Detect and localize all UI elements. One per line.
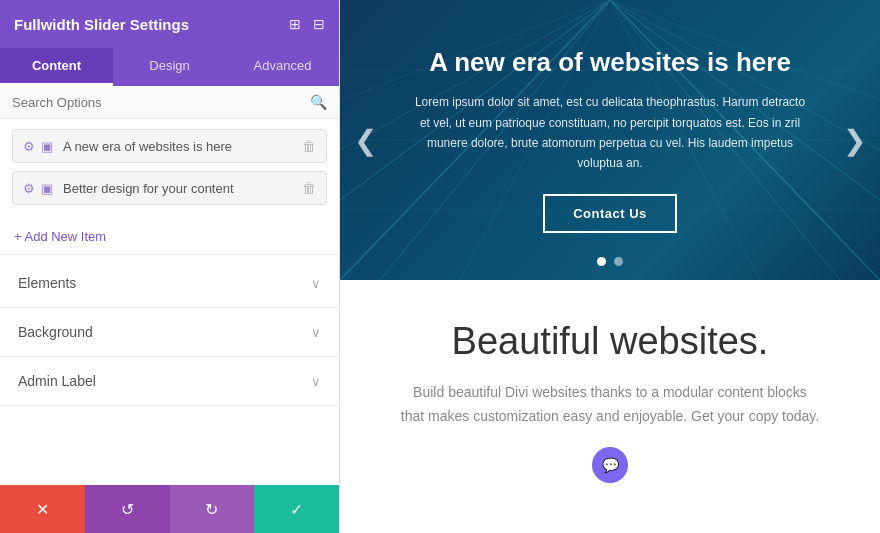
tabs-bar: Content Design Advanced (0, 48, 339, 86)
settings-icon-1[interactable]: ⚙ (23, 139, 35, 154)
tab-advanced[interactable]: Advanced (226, 48, 339, 86)
cancel-button[interactable]: ✕ (0, 485, 85, 533)
panel-title: Fullwidth Slider Settings (14, 16, 189, 33)
split-icon[interactable]: ⊟ (313, 16, 325, 32)
accordion-admin-label-label: Admin Label (18, 373, 96, 389)
accordion-background-header[interactable]: Background ∨ (0, 308, 339, 356)
website-section-description: Build beautiful Divi websites thanks to … (400, 381, 820, 429)
undo-button[interactable]: ↺ (85, 485, 170, 533)
slide-item-2-label: Better design for your content (63, 181, 302, 196)
image-icon-1[interactable]: ▣ (41, 139, 53, 154)
delete-slide-2-icon[interactable]: 🗑 (302, 180, 316, 196)
slider-cta-button[interactable]: Contact Us (543, 194, 677, 233)
slider-section: ❮ A new era of websites is here Lorem ip… (340, 0, 880, 280)
tab-content[interactable]: Content (0, 48, 113, 86)
panel-header: Fullwidth Slider Settings ⊞ ⊟ (0, 0, 339, 48)
preview-panel: ❮ A new era of websites is here Lorem ip… (340, 0, 880, 533)
accordion-admin-label-header[interactable]: Admin Label ∨ (0, 357, 339, 405)
chat-bubble-icon[interactable]: 💬 (592, 447, 628, 483)
settings-panel: Fullwidth Slider Settings ⊞ ⊟ Content De… (0, 0, 340, 533)
slider-prev-button[interactable]: ❮ (354, 124, 377, 157)
slide-item-2[interactable]: ⚙ ▣ Better design for your content 🗑 (12, 171, 327, 205)
chevron-down-icon-elements: ∨ (311, 276, 321, 291)
confirm-button[interactable]: ✓ (254, 485, 339, 533)
search-icon: 🔍 (310, 94, 327, 110)
slide-item-1[interactable]: ⚙ ▣ A new era of websites is here 🗑 (12, 129, 327, 163)
accordion-background: Background ∨ (0, 308, 339, 357)
search-input[interactable] (12, 95, 310, 110)
slider-title: A new era of websites is here (410, 47, 810, 78)
accordion-elements-header[interactable]: Elements ∨ (0, 259, 339, 307)
add-new-item-button[interactable]: + Add New Item (0, 223, 339, 250)
website-section-title: Beautiful websites. (370, 320, 850, 363)
tab-design[interactable]: Design (113, 48, 226, 86)
divider (0, 254, 339, 255)
slides-list: ⚙ ▣ A new era of websites is here 🗑 ⚙ ▣ … (0, 119, 339, 223)
settings-icon-2[interactable]: ⚙ (23, 181, 35, 196)
accordion-elements-label: Elements (18, 275, 76, 291)
add-new-item-label: + Add New Item (14, 229, 106, 244)
slider-dot-1[interactable] (597, 257, 606, 266)
delete-slide-1-icon[interactable]: 🗑 (302, 138, 316, 154)
slider-content: A new era of websites is here Lorem ipsu… (350, 47, 870, 233)
panel-header-icons: ⊞ ⊟ (289, 16, 325, 32)
slider-dot-2[interactable] (614, 257, 623, 266)
chat-icon: 💬 (602, 457, 619, 473)
accordion-elements: Elements ∨ (0, 259, 339, 308)
image-icon-2[interactable]: ▣ (41, 181, 53, 196)
resize-icon[interactable]: ⊞ (289, 16, 301, 32)
accordion-admin-label: Admin Label ∨ (0, 357, 339, 406)
slide-item-1-label: A new era of websites is here (63, 139, 302, 154)
slider-next-button[interactable]: ❯ (843, 124, 866, 157)
bottom-bar: ✕ ↺ ↻ ✓ (0, 485, 339, 533)
chevron-down-icon-admin: ∨ (311, 374, 321, 389)
slide-item-1-icons: ⚙ ▣ (23, 139, 53, 154)
chevron-down-icon-background: ∨ (311, 325, 321, 340)
accordion-background-label: Background (18, 324, 93, 340)
slide-item-2-icons: ⚙ ▣ (23, 181, 53, 196)
search-bar: 🔍 (0, 86, 339, 119)
slider-body: Lorem ipsum dolor sit amet, est cu delic… (410, 92, 810, 174)
slider-dots (597, 257, 623, 266)
redo-button[interactable]: ↻ (170, 485, 255, 533)
website-section: Beautiful websites. Build beautiful Divi… (340, 280, 880, 513)
